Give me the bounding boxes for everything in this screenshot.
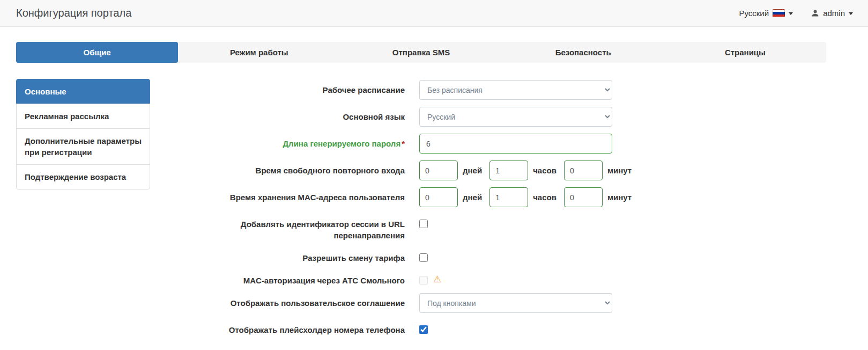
mac-storage-control: дней часов минут — [419, 187, 639, 207]
phone-placeholder-control — [419, 320, 428, 334]
phone-placeholder-checkbox[interactable] — [419, 325, 428, 334]
form-row-schedule: Рабочее расписание Без расписания — [150, 80, 826, 100]
form-row-session-id-url: Добавлять идентификатор сессии в URL пер… — [150, 214, 826, 241]
username: admin — [823, 9, 845, 18]
mac-auth-label: MAC-авторизация через АТС Смольного — [150, 271, 413, 286]
warning-icon: ⚠ — [433, 275, 441, 284]
tab-bar: Общие Режим работы Отправка SMS Безопасн… — [16, 42, 826, 63]
mac-auth-control: ⚠ — [419, 271, 441, 285]
password-length-input[interactable] — [419, 134, 612, 154]
mac-storage-minutes-input[interactable] — [564, 187, 603, 207]
minutes-unit-label: минут — [607, 166, 632, 175]
tab-sms-sending[interactable]: Отправка SMS — [340, 42, 502, 63]
portal-config-page: Конфигурация портала Русский admin Общие — [0, 0, 868, 350]
mac-storage-label: Время хранения MAC-адреса пользователя — [150, 187, 413, 203]
days-unit-label: дней — [463, 193, 482, 202]
hours-unit-label: часов — [533, 193, 557, 202]
free-reentry-hours-input[interactable] — [489, 161, 528, 180]
mac-storage-days-input[interactable] — [419, 187, 458, 207]
user-menu[interactable]: admin — [811, 9, 853, 18]
form-row-mac-auth: MAC-авторизация через АТС Смольного ⚠ — [150, 271, 826, 286]
password-length-label: Длина генерируемого пароля* — [150, 134, 413, 149]
tariff-change-label: Разрешить смену тарифа — [150, 248, 413, 264]
russian-flag-icon — [773, 9, 785, 17]
tab-work-mode[interactable]: Режим работы — [178, 42, 340, 63]
mac-storage-hours-input[interactable] — [489, 187, 528, 207]
free-reentry-days-input[interactable] — [419, 161, 458, 180]
tab-pages[interactable]: Страницы — [664, 42, 826, 63]
session-id-url-checkbox[interactable] — [419, 220, 428, 228]
tab-general[interactable]: Общие — [16, 42, 178, 63]
password-length-control — [419, 134, 612, 154]
sidebar: Основные Рекламная рассылка Дополнительн… — [16, 79, 150, 189]
topbar-right: Русский admin — [739, 9, 853, 18]
free-reentry-minutes-input[interactable] — [564, 161, 603, 180]
caret-down-icon — [789, 12, 793, 15]
topbar: Конфигурация портала Русский admin — [0, 0, 868, 27]
user-agreement-select[interactable]: Под кнопками — [419, 293, 612, 313]
password-length-label-text: Длина генерируемого пароля — [283, 139, 400, 148]
content: Общие Режим работы Отправка SMS Безопасн… — [16, 42, 826, 342]
page-title: Конфигурация портала — [16, 7, 131, 19]
language-selector[interactable]: Русский — [739, 9, 793, 18]
user-agreement-label: Отображать пользовательское соглашение — [150, 293, 413, 309]
form-row-user-agreement: Отображать пользовательское соглашение П… — [150, 293, 826, 313]
schedule-label: Рабочее расписание — [150, 80, 413, 96]
language-label: Русский — [739, 9, 769, 18]
tariff-change-control — [419, 248, 428, 262]
caret-down-icon — [849, 12, 853, 15]
form-row-phone-placeholder: Отображать плейсхолдер номера телефона — [150, 320, 826, 336]
main-language-label: Основной язык — [150, 107, 413, 122]
phone-placeholder-label: Отображать плейсхолдер номера телефона — [150, 320, 413, 336]
user-icon — [811, 9, 819, 17]
sidebar-item-additional-registration-params[interactable]: Дополнительные параметры при регистрации — [16, 128, 150, 165]
session-id-url-label: Добавлять идентификатор сессии в URL пер… — [150, 214, 413, 241]
required-mark: * — [402, 139, 405, 148]
tariff-change-checkbox[interactable] — [419, 253, 428, 262]
hours-unit-label: часов — [533, 166, 557, 175]
form-row-tariff-change: Разрешить смену тарифа — [150, 248, 826, 264]
sidebar-item-age-confirmation[interactable]: Подтверждение возраста — [16, 164, 150, 189]
user-agreement-control: Под кнопками — [419, 293, 612, 313]
schedule-control: Без расписания — [419, 80, 612, 100]
main-language-select[interactable]: Русский — [419, 107, 612, 127]
tab-security[interactable]: Безопасность — [502, 42, 664, 63]
mac-auth-checkbox — [419, 276, 428, 285]
free-reentry-label: Время свободного повторного входа — [150, 161, 413, 176]
form-row-password-length: Длина генерируемого пароля* — [150, 134, 826, 154]
days-unit-label: дней — [463, 166, 482, 175]
form-row-mac-storage-time: Время хранения MAC-адреса пользователя д… — [150, 187, 826, 207]
free-reentry-control: дней часов минут — [419, 161, 639, 180]
form-row-main-language: Основной язык Русский — [150, 107, 826, 127]
sidebar-item-main[interactable]: Основные — [16, 79, 150, 104]
form-row-free-reentry-time: Время свободного повторного входа дней ч… — [150, 161, 826, 180]
session-id-url-control — [419, 214, 428, 228]
settings-form: Рабочее расписание Без расписания Основн… — [150, 79, 826, 342]
schedule-select[interactable]: Без расписания — [419, 80, 612, 100]
main-area: Основные Рекламная рассылка Дополнительн… — [16, 79, 826, 342]
minutes-unit-label: минут — [607, 193, 632, 202]
sidebar-item-ad-mailing[interactable]: Рекламная рассылка — [16, 104, 150, 129]
main-language-control: Русский — [419, 107, 612, 127]
